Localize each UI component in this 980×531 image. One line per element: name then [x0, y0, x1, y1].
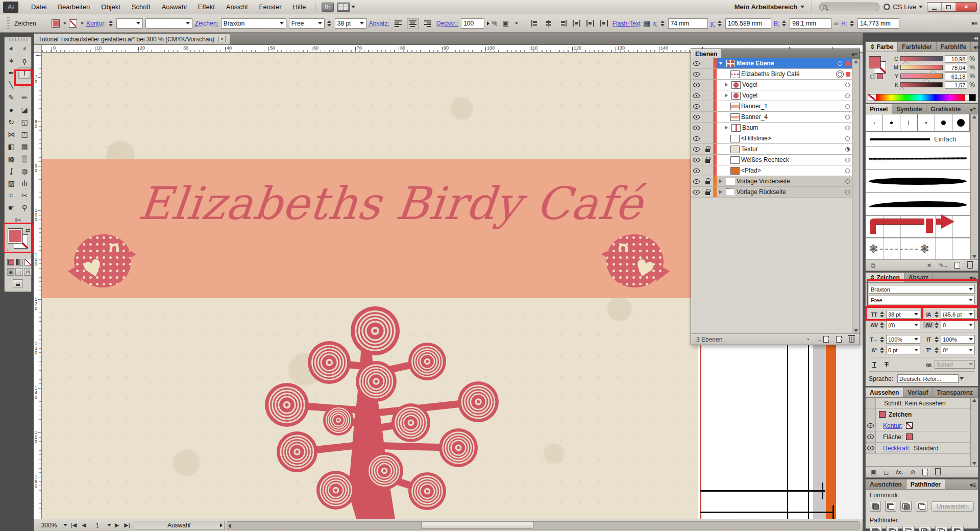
distribute-center-button[interactable] [585, 18, 596, 29]
type-tool[interactable]: T [18, 67, 31, 79]
direct-selection-tool[interactable]: ➢ [18, 42, 31, 55]
brush-item-floral-pattern[interactable]: ❃ ❃ [866, 238, 970, 259]
tab-ausrichten[interactable]: Ausrichten [866, 479, 906, 489]
gamut-color-swatch[interactable] [877, 74, 883, 79]
layer-row-main[interactable]: Meine Ebene [717, 58, 852, 68]
menu-fenster[interactable]: Fenster [254, 2, 287, 12]
menu-effekt[interactable]: Effekt [192, 2, 220, 12]
selection-tool[interactable]: ➤ [5, 42, 18, 55]
expand-triangle-icon[interactable] [725, 126, 728, 130]
new-sublayer-icon[interactable]: → [817, 336, 829, 343]
tab-pinsel[interactable]: Pinsel [866, 104, 892, 114]
channel-value[interactable]: 10,98 [945, 55, 967, 63]
layer-thumbnail[interactable] [730, 113, 740, 121]
page-number-select[interactable]: 1 [90, 522, 105, 529]
stroke-weight-link[interactable]: Kontur: [86, 20, 106, 27]
slider-thumb-icon[interactable] [930, 69, 936, 74]
gradient-tool[interactable]: ▒ [18, 153, 31, 165]
lock-toggle[interactable] [702, 133, 714, 143]
menu-schrift[interactable]: Schrift [126, 2, 156, 12]
appearance-row[interactable]: Zeichen [866, 409, 978, 420]
bridge-button[interactable]: Br [322, 3, 334, 12]
layer-name[interactable]: <Pfad> [741, 167, 761, 174]
layer-thumbnail[interactable] [730, 70, 740, 78]
screen-mode-button[interactable]: ⬓ [13, 279, 23, 287]
lock-toggle[interactable] [702, 58, 714, 68]
target-circle-icon[interactable] [845, 168, 850, 173]
hue-spectrum[interactable] [876, 94, 965, 101]
cs-live-menu[interactable]: CS Live [884, 3, 923, 11]
scroll-left-icon[interactable] [228, 523, 231, 528]
strikethrough-button[interactable]: T [881, 360, 892, 368]
layer-thumbnail[interactable] [730, 135, 740, 142]
tab-farbe[interactable]: ⇕ Farbe [866, 42, 898, 52]
chevron-down-icon[interactable] [63, 524, 67, 526]
target-circle-icon[interactable] [845, 136, 850, 141]
lock-toggle[interactable] [702, 80, 714, 90]
eyedropper-tool[interactable]: ʄ [5, 165, 18, 177]
free-transform-tool[interactable]: ◳ [18, 128, 31, 140]
layer-row[interactable]: Banner_1 [691, 101, 852, 112]
status-display[interactable]: Auswahl [134, 521, 225, 530]
brush-item-arrow-pattern[interactable] [866, 215, 970, 238]
layer-row-main[interactable]: Vogel [717, 90, 852, 101]
delete-item-icon[interactable] [935, 469, 941, 475]
symbol-sprayer-tool[interactable]: ▨ [5, 177, 18, 189]
exclude-button[interactable] [916, 501, 927, 512]
collapse-dock-icon[interactable]: ◂◂ [973, 35, 977, 41]
brush-item-calligraphic[interactable] [935, 114, 952, 131]
visibility-toggle[interactable] [691, 155, 702, 165]
panel-menu-icon[interactable]: ▾≡ [967, 479, 978, 489]
delete-layer-icon[interactable] [849, 336, 854, 343]
font-family-select[interactable]: Braxton [221, 18, 286, 29]
outline-button[interactable] [935, 526, 947, 531]
slider-thumb-icon[interactable] [899, 87, 904, 91]
distribute-bottom-button[interactable] [599, 18, 610, 29]
lock-toggle[interactable] [702, 123, 714, 133]
layer-thumbnail[interactable] [730, 103, 740, 110]
lock-toggle[interactable] [702, 69, 714, 79]
divide-button[interactable] [870, 526, 882, 531]
lock-toggle[interactable] [702, 144, 714, 154]
width-tool[interactable]: ⋈ [5, 128, 18, 140]
tab-farbfelder[interactable]: Farbfelder [898, 42, 937, 52]
lock-toggle[interactable] [702, 187, 714, 197]
expand-triangle-icon[interactable] [719, 190, 722, 194]
slice-tool[interactable]: ✂ [18, 189, 31, 202]
drag-grip[interactable] [8, 38, 28, 41]
target-circle-icon[interactable] [845, 147, 850, 152]
layer-name[interactable]: Weißes Rechteck [741, 156, 789, 163]
appearance-scrollbar[interactable] [970, 398, 978, 466]
layer-thumbnail[interactable] [731, 124, 741, 132]
none-mode-button[interactable] [24, 259, 32, 266]
delete-brush-icon[interactable] [967, 262, 973, 269]
fill-color-swatch[interactable] [52, 19, 60, 28]
pen-tool[interactable]: ✒ [5, 67, 18, 79]
tab-aussehen[interactable]: Aussehen [866, 388, 903, 397]
channel-value[interactable]: 1,57 [945, 81, 967, 89]
previous-page-button[interactable]: ◀ [80, 522, 87, 528]
height-stepper[interactable] [850, 20, 854, 27]
stroke-none-swatch[interactable] [906, 422, 913, 429]
control-panel-menu-icon[interactable]: ▾≡ [971, 20, 977, 27]
opacity-link[interactable]: Deckkr.: [436, 20, 458, 27]
align-right-button[interactable] [422, 18, 434, 29]
y-stepper[interactable] [718, 20, 722, 27]
clear-appearance-icon[interactable]: ⊘ [910, 469, 915, 476]
flash-text-link[interactable]: Flash-Text [612, 20, 641, 27]
kerning-field[interactable]: A⁄V (0) [869, 321, 920, 329]
fill-proxy-swatch[interactable] [8, 228, 23, 244]
scrollbar-thumb[interactable] [421, 522, 533, 529]
character-link[interactable]: Zeichen: [195, 20, 218, 27]
brush-item-basic[interactable]: Einfach [866, 132, 970, 147]
reference-point-locator[interactable]: ▦ [643, 19, 650, 28]
brush-item-calligraphic[interactable] [952, 114, 970, 131]
status-menu-arrow[interactable] [220, 523, 223, 527]
draw-inside-button[interactable]: 回 [24, 268, 32, 276]
visibility-toggle[interactable] [691, 165, 702, 176]
layer-row[interactable]: Meine Ebene [691, 58, 852, 69]
drag-grip[interactable] [7, 17, 10, 30]
white-swatch[interactable] [965, 94, 969, 101]
layer-name[interactable]: Meine Ebene [737, 60, 774, 67]
layer-name[interactable]: Elizabeths Birdy Café [741, 70, 800, 78]
